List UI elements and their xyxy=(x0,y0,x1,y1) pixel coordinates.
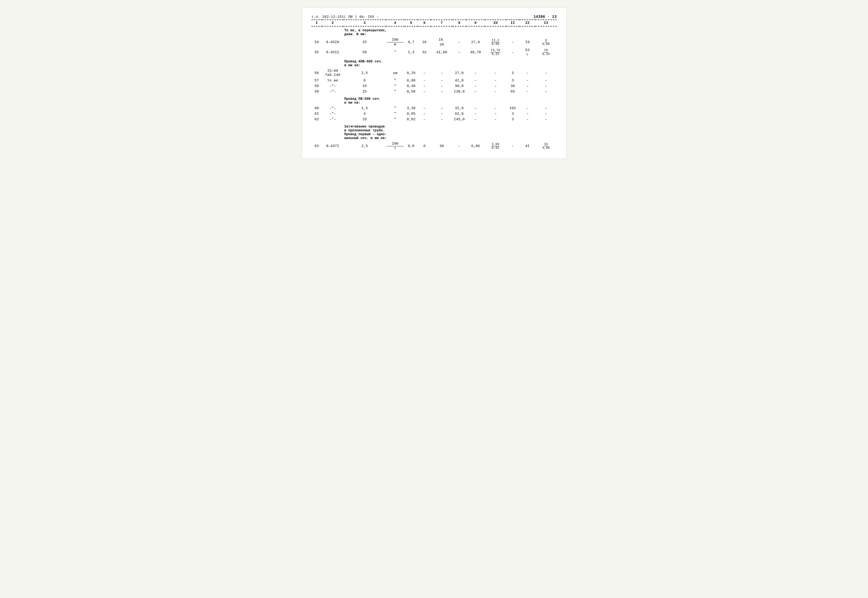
cell-row-63-col3: 2,5 xyxy=(343,141,386,151)
cell-row-57-col4: " xyxy=(386,78,404,84)
col-header-11: II xyxy=(506,20,519,26)
cell-row-60-col4: " xyxy=(386,106,404,111)
cell-row-56-col4: км xyxy=(386,68,404,78)
cell-row-62-col13: – xyxy=(535,117,556,122)
table-row: 6I –"– 4 " 0,05 – – 62,0 – – 3 – – xyxy=(312,111,557,117)
cell-row-56-col8: 27,0 xyxy=(452,68,466,78)
table-row: 60 –"– I,5 " 3,30 – – 3I,0 – – I02 – – xyxy=(312,106,557,111)
col-header-3: 3 xyxy=(343,20,386,26)
cell-row-59-col1: 59 xyxy=(312,89,322,94)
cell-row-59-col13: – xyxy=(535,89,556,94)
cell-row-58-col5: 0,40 xyxy=(404,84,418,89)
cell-row-57-col12: – xyxy=(519,78,535,84)
cell-row-60-col8: 3I,0 xyxy=(452,106,466,111)
cell-row-57-col2: то же xyxy=(322,78,343,84)
section-header-1: То же, в перекрытиях,днам. В мм: xyxy=(312,26,557,37)
cell-row-59-col6: – xyxy=(418,89,431,94)
header-center: – I65 – xyxy=(364,15,379,19)
col-header-6: 6 xyxy=(418,20,431,26)
cell-row-58-col13: – xyxy=(535,84,556,89)
col-header-12: I2 xyxy=(519,20,535,26)
cell-row-62-col10: – xyxy=(485,117,506,122)
cell-row-60-col11: I02 xyxy=(506,106,519,111)
cell-row-59-col2: –"– xyxy=(322,89,343,94)
header-middle: ( ЛИ ) 4й xyxy=(344,15,364,19)
cell-row-61-col3: 4 xyxy=(343,111,386,117)
table-row: 56 I5–09Таб.I40 2,5 км 0,I0 – – 27,0 – –… xyxy=(312,68,557,78)
cell-row-63-col12: 4I xyxy=(519,141,535,151)
cell-row-63-col13: I6 4,86 xyxy=(535,141,556,151)
cell-row-62-col9: – xyxy=(466,117,485,122)
cell-row-55-col10: I3,70 0,25 xyxy=(485,48,506,57)
cell-row-61-col13: – xyxy=(535,111,556,117)
cell-row-58-col6: – xyxy=(418,84,431,89)
cell-row-54-col6: 26 xyxy=(418,37,431,48)
cell-row-54-col9: 27,0 xyxy=(466,37,485,48)
cell-row-55-col13: I8 0,33 xyxy=(535,48,556,57)
col-header-7: 7 xyxy=(431,20,452,26)
cell-row-59-col4: " xyxy=(386,89,404,94)
cell-row-60-col1: 60 xyxy=(312,106,322,111)
section-header-zatag: Затягивание проводовв проложенные трубн.… xyxy=(312,122,557,141)
table-row: 54 8–45I0 25 I00 м 0,7 26 I8،20 – 27,0 xyxy=(312,37,557,48)
cell-row-61-col4: " xyxy=(386,111,404,117)
cell-row-56-col10: – xyxy=(485,68,506,78)
cell-row-56-col11: 3 xyxy=(506,68,519,78)
cell-row-55-col1: 55 xyxy=(312,48,322,57)
col-header-4: 4 xyxy=(386,20,404,26)
cell-row-60-col10: – xyxy=(485,106,506,111)
cell-row-57-col13: – xyxy=(535,78,556,84)
cell-row-54-col3: 25 xyxy=(343,37,386,48)
cell-row-59-col7: – xyxy=(431,89,452,94)
cell-row-59-col3: 25 xyxy=(343,89,386,94)
cell-row-63-col4: I00 т xyxy=(386,141,404,151)
cell-row-56-col1: 56 xyxy=(312,68,322,78)
cell-row-58-col2: –"– xyxy=(322,84,343,89)
cell-row-59-col8: I30,0 xyxy=(452,89,466,94)
cell-row-63-col2: 8–437I xyxy=(322,141,343,151)
cell-row-59-col10: – xyxy=(485,89,506,94)
cell-row-61-col10: – xyxy=(485,111,506,117)
cell-row-55-col7: 4I,60 xyxy=(431,48,452,57)
cell-row-62-col4: " xyxy=(386,117,404,122)
cell-row-61-col2: –"– xyxy=(322,111,343,117)
cell-row-58-col12: – xyxy=(519,84,535,89)
section-title-zatag: Затягивание проводовв проложенные трубн.… xyxy=(343,122,557,141)
cell-row-57-col5: 0,08 xyxy=(404,78,418,84)
cell-row-60-col3: I,5 xyxy=(343,106,386,111)
cell-row-60-col5: 3,30 xyxy=(404,106,418,111)
column-header-row: I 2 3 4 5 6 7 8 9 IO II I2 I3 xyxy=(312,20,557,26)
cell-row-62-col12: – xyxy=(519,117,535,122)
col-header-8: 8 xyxy=(452,20,466,26)
cell-row-62-col7: – xyxy=(431,117,452,122)
cell-row-56-col13: – xyxy=(535,68,556,78)
cell-row-62-col11: 3 xyxy=(506,117,519,122)
cell-row-54-col8: – xyxy=(452,37,466,48)
col-header-13: I3 xyxy=(535,20,556,26)
cell-row-57-col6: – xyxy=(418,78,431,84)
cell-row-61-col12: – xyxy=(519,111,535,117)
cell-row-61-col9: – xyxy=(466,111,485,117)
cell-row-63-col10: 2,69 0,81 xyxy=(485,141,506,151)
cell-row-54-col1: 54 xyxy=(312,37,322,48)
cell-row-58-col8: 90,0 xyxy=(452,84,466,89)
cell-row-59-col5: 0,50 xyxy=(404,89,418,94)
cell-row-55-col9: 40,70 xyxy=(466,48,485,57)
col-header-5: 5 xyxy=(404,20,418,26)
cell-row-54-col11: – xyxy=(506,37,519,48)
cell-row-60-col13: – xyxy=(535,106,556,111)
cell-row-58-col3: I6 xyxy=(343,84,386,89)
cell-row-56-col12: – xyxy=(519,68,535,78)
cell-row-56-col9: – xyxy=(466,68,485,78)
cell-row-58-col11: 36 xyxy=(506,84,519,89)
cell-row-62-col8: I45,0 xyxy=(452,117,466,122)
cell-row-57-col10: – xyxy=(485,78,506,84)
cell-row-55-col5: I,3 xyxy=(404,48,418,57)
section-header-pv: Провод ПВ–500 сеч.в мм кв: xyxy=(312,94,557,106)
table-row: 63 8–437I 2,5 I00 т 6,0 6 36 – 6,86 2,69 xyxy=(312,141,557,151)
cell-row-54-col4: I00 м xyxy=(386,37,404,48)
cell-row-55-col12: 53є xyxy=(519,48,535,57)
cell-row-58-col4: " xyxy=(386,84,404,89)
page-header: т.п. 262–12–151 ( ЛИ ) 4й – I65 – 14396 … xyxy=(312,15,557,19)
table-row: 57 то же 6 " 0,08 – – 4I,0 – – 3 – – xyxy=(312,78,557,84)
